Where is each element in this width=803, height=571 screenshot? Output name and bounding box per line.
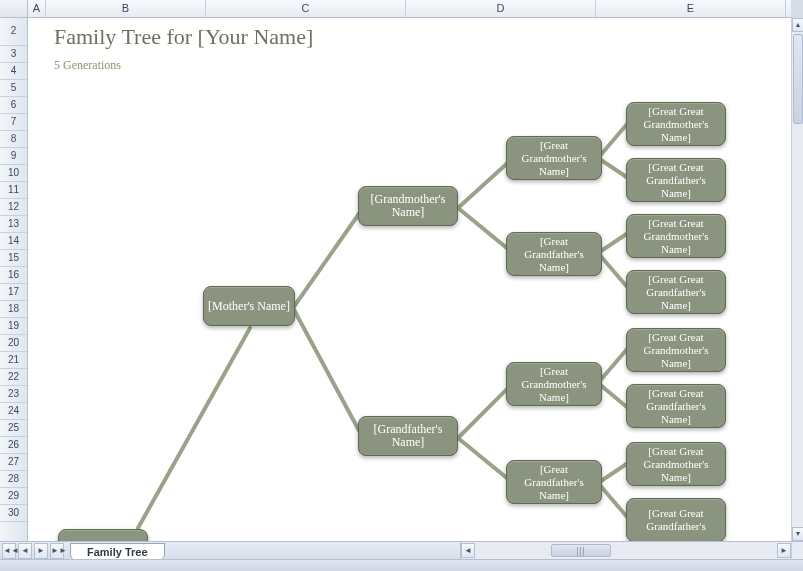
tab-nav-next[interactable]: ► bbox=[34, 543, 48, 559]
column-headers: A B C D E bbox=[0, 0, 791, 18]
scroll-down-button[interactable]: ▼ bbox=[792, 527, 803, 541]
app-window: A B C D E 2 3 4 5 6 7 8 9 10 11 12 13 14… bbox=[0, 0, 803, 571]
row-header[interactable]: 6 bbox=[0, 97, 27, 114]
row-header[interactable]: 21 bbox=[0, 352, 27, 369]
row-header[interactable]: 22 bbox=[0, 369, 27, 386]
node-grandmother[interactable]: [Grandmother's Name] bbox=[358, 186, 458, 226]
row-header[interactable]: 4 bbox=[0, 63, 27, 80]
row-header[interactable]: 23 bbox=[0, 386, 27, 403]
node-grandfather[interactable]: [Grandfather's Name] bbox=[358, 416, 458, 456]
row-header[interactable]: 9 bbox=[0, 148, 27, 165]
row-header[interactable]: 19 bbox=[0, 318, 27, 335]
page-subtitle: 5 Generations bbox=[54, 58, 121, 73]
node-gg-8[interactable]: [Great Great Grandfather's bbox=[626, 498, 726, 541]
row-header[interactable]: 16 bbox=[0, 267, 27, 284]
row-header[interactable]: 25 bbox=[0, 420, 27, 437]
tab-nav-first[interactable]: ◄◄ bbox=[2, 543, 16, 559]
row-header[interactable]: 8 bbox=[0, 131, 27, 148]
scrollbar-corner bbox=[791, 541, 803, 559]
row-header[interactable]: 29 bbox=[0, 488, 27, 505]
status-bar bbox=[0, 559, 803, 571]
row-header[interactable]: 24 bbox=[0, 403, 27, 420]
scroll-right-button[interactable]: ► bbox=[777, 543, 791, 558]
node-gg-5[interactable]: [Great Great Grandmother's Name] bbox=[626, 328, 726, 372]
row-header[interactable]: 27 bbox=[0, 454, 27, 471]
col-header-b[interactable]: B bbox=[46, 0, 206, 17]
row-header[interactable]: 2 bbox=[0, 18, 27, 46]
col-header-c[interactable]: C bbox=[206, 0, 406, 17]
row-header[interactable]: 30 bbox=[0, 505, 27, 522]
horizontal-scrollbar[interactable]: ◄ ► bbox=[460, 541, 791, 559]
tab-nav-last[interactable]: ►► bbox=[50, 543, 64, 559]
row-header[interactable]: 5 bbox=[0, 80, 27, 97]
sheet-tab-family-tree[interactable]: Family Tree bbox=[70, 543, 165, 560]
row-header[interactable]: 10 bbox=[0, 165, 27, 182]
col-header-a[interactable]: A bbox=[28, 0, 46, 17]
node-great-grandfather-1[interactable]: [Great Grandfather's Name] bbox=[506, 232, 602, 276]
vertical-scrollbar[interactable]: ▲ ▼ bbox=[791, 18, 803, 541]
scroll-left-button[interactable]: ◄ bbox=[461, 543, 475, 558]
node-mother[interactable]: [Mother's Name] bbox=[203, 286, 295, 326]
bottom-bar: ◄◄ ◄ ► ►► Family Tree ◄ ► bbox=[0, 541, 803, 571]
tab-nav-prev[interactable]: ◄ bbox=[18, 543, 32, 559]
node-great-grandfather-2[interactable]: [Great Grandfather's Name] bbox=[506, 460, 602, 504]
row-header[interactable]: 28 bbox=[0, 471, 27, 488]
col-header-e[interactable]: E bbox=[596, 0, 786, 17]
row-header[interactable]: 13 bbox=[0, 216, 27, 233]
sheet-tab-strip: ◄◄ ◄ ► ►► Family Tree bbox=[0, 541, 460, 559]
scroll-up-button[interactable]: ▲ bbox=[792, 18, 803, 32]
node-gg-7[interactable]: [Great Great Grandmother's Name] bbox=[626, 442, 726, 486]
node-gg-4[interactable]: [Great Great Grandfather's Name] bbox=[626, 270, 726, 314]
page-title: Family Tree for [Your Name] bbox=[54, 24, 313, 50]
row-header[interactable]: 12 bbox=[0, 199, 27, 216]
row-header[interactable]: 11 bbox=[0, 182, 27, 199]
node-great-grandmother-2[interactable]: [Great Grandmother's Name] bbox=[506, 362, 602, 406]
row-header[interactable]: 3 bbox=[0, 46, 27, 63]
select-all-corner[interactable] bbox=[0, 0, 28, 17]
row-header[interactable]: 15 bbox=[0, 250, 27, 267]
vertical-scroll-thumb[interactable] bbox=[793, 34, 803, 124]
node-partial[interactable] bbox=[58, 529, 148, 541]
row-header[interactable]: 18 bbox=[0, 301, 27, 318]
worksheet-area[interactable]: Family Tree for [Your Name] 5 Generation… bbox=[28, 18, 791, 541]
row-header[interactable]: 7 bbox=[0, 114, 27, 131]
row-header[interactable]: 26 bbox=[0, 437, 27, 454]
row-header[interactable]: 20 bbox=[0, 335, 27, 352]
horizontal-scroll-thumb[interactable] bbox=[551, 544, 611, 557]
node-gg-6[interactable]: [Great Great Grandfather's Name] bbox=[626, 384, 726, 428]
row-header[interactable]: 17 bbox=[0, 284, 27, 301]
node-great-grandmother-1[interactable]: [Great Grandmother's Name] bbox=[506, 136, 602, 180]
node-gg-2[interactable]: [Great Great Grandfather's Name] bbox=[626, 158, 726, 202]
row-headers: 2 3 4 5 6 7 8 9 10 11 12 13 14 15 16 17 … bbox=[0, 18, 28, 541]
node-gg-3[interactable]: [Great Great Grandmother's Name] bbox=[626, 214, 726, 258]
col-header-d[interactable]: D bbox=[406, 0, 596, 17]
node-gg-1[interactable]: [Great Great Grandmother's Name] bbox=[626, 102, 726, 146]
row-header[interactable]: 14 bbox=[0, 233, 27, 250]
